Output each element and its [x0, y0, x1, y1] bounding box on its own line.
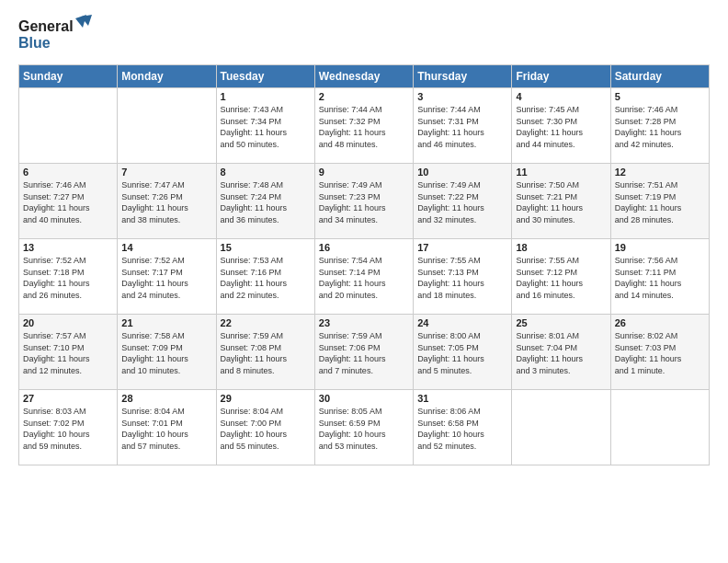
day-number: 1 — [221, 91, 311, 102]
calendar-cell — [19, 88, 118, 164]
calendar-cell: 14Sunrise: 7:52 AM Sunset: 7:17 PM Dayli… — [118, 239, 216, 315]
day-info: Sunrise: 8:06 AM Sunset: 6:58 PM Dayligh… — [417, 406, 507, 452]
calendar-day-header: Tuesday — [216, 65, 314, 88]
day-info: Sunrise: 7:46 AM Sunset: 7:28 PM Dayligh… — [615, 104, 705, 150]
calendar-cell: 30Sunrise: 8:05 AM Sunset: 6:59 PM Dayli… — [314, 390, 413, 465]
header: GeneralBlue — [18, 15, 710, 55]
day-number: 31 — [417, 393, 507, 404]
day-info: Sunrise: 7:55 AM Sunset: 7:13 PM Dayligh… — [417, 255, 507, 301]
day-info: Sunrise: 7:46 AM Sunset: 7:27 PM Dayligh… — [23, 179, 113, 225]
day-info: Sunrise: 7:49 AM Sunset: 7:22 PM Dayligh… — [417, 179, 507, 225]
calendar-day-header: Sunday — [19, 65, 118, 88]
calendar-week-row: 20Sunrise: 7:57 AM Sunset: 7:10 PM Dayli… — [19, 315, 710, 390]
day-info: Sunrise: 7:47 AM Sunset: 7:26 PM Dayligh… — [121, 179, 211, 225]
day-info: Sunrise: 7:45 AM Sunset: 7:30 PM Dayligh… — [516, 104, 606, 150]
calendar-cell: 24Sunrise: 8:00 AM Sunset: 7:05 PM Dayli… — [414, 315, 512, 390]
page-container: GeneralBlue SundayMondayTuesdayWednesday… — [0, 0, 728, 475]
day-info: Sunrise: 7:49 AM Sunset: 7:23 PM Dayligh… — [319, 179, 409, 225]
day-number: 27 — [23, 393, 113, 404]
calendar-cell: 12Sunrise: 7:51 AM Sunset: 7:19 PM Dayli… — [610, 164, 709, 239]
calendar-cell: 22Sunrise: 7:59 AM Sunset: 7:08 PM Dayli… — [216, 315, 314, 390]
calendar-cell: 29Sunrise: 8:04 AM Sunset: 7:00 PM Dayli… — [216, 390, 314, 465]
day-number: 15 — [221, 242, 311, 253]
day-number: 9 — [319, 167, 409, 178]
calendar-day-header: Monday — [118, 65, 216, 88]
calendar-cell: 8Sunrise: 7:48 AM Sunset: 7:24 PM Daylig… — [216, 164, 314, 239]
calendar-cell: 13Sunrise: 7:52 AM Sunset: 7:18 PM Dayli… — [19, 239, 118, 315]
calendar-cell: 2Sunrise: 7:44 AM Sunset: 7:32 PM Daylig… — [314, 88, 413, 164]
day-number: 20 — [23, 317, 113, 328]
calendar-day-header: Wednesday — [314, 65, 413, 88]
calendar-cell: 18Sunrise: 7:55 AM Sunset: 7:12 PM Dayli… — [512, 239, 610, 315]
day-info: Sunrise: 8:00 AM Sunset: 7:05 PM Dayligh… — [417, 330, 507, 376]
day-number: 23 — [319, 317, 409, 328]
day-info: Sunrise: 7:44 AM Sunset: 7:32 PM Dayligh… — [319, 104, 409, 150]
day-info: Sunrise: 7:43 AM Sunset: 7:34 PM Dayligh… — [221, 104, 311, 150]
calendar-cell: 9Sunrise: 7:49 AM Sunset: 7:23 PM Daylig… — [314, 164, 413, 239]
calendar-week-row: 13Sunrise: 7:52 AM Sunset: 7:18 PM Dayli… — [19, 239, 710, 315]
logo: GeneralBlue — [18, 15, 92, 55]
calendar-header-row: SundayMondayTuesdayWednesdayThursdayFrid… — [19, 65, 710, 88]
calendar-cell: 27Sunrise: 8:03 AM Sunset: 7:02 PM Dayli… — [19, 390, 118, 465]
calendar-cell — [118, 88, 216, 164]
day-info: Sunrise: 7:44 AM Sunset: 7:31 PM Dayligh… — [417, 104, 507, 150]
day-info: Sunrise: 7:53 AM Sunset: 7:16 PM Dayligh… — [221, 255, 311, 301]
day-number: 18 — [516, 242, 606, 253]
calendar-cell: 23Sunrise: 7:59 AM Sunset: 7:06 PM Dayli… — [314, 315, 413, 390]
day-info: Sunrise: 7:51 AM Sunset: 7:19 PM Dayligh… — [615, 179, 705, 225]
day-number: 6 — [23, 167, 113, 178]
day-info: Sunrise: 7:59 AM Sunset: 7:06 PM Dayligh… — [319, 330, 409, 376]
day-number: 17 — [417, 242, 507, 253]
calendar-table: SundayMondayTuesdayWednesdayThursdayFrid… — [18, 64, 710, 465]
day-info: Sunrise: 7:59 AM Sunset: 7:08 PM Dayligh… — [221, 330, 311, 376]
day-info: Sunrise: 7:48 AM Sunset: 7:24 PM Dayligh… — [221, 179, 311, 225]
calendar-cell: 31Sunrise: 8:06 AM Sunset: 6:58 PM Dayli… — [414, 390, 512, 465]
day-info: Sunrise: 8:03 AM Sunset: 7:02 PM Dayligh… — [23, 406, 113, 452]
calendar-cell — [610, 390, 709, 465]
calendar-cell: 17Sunrise: 7:55 AM Sunset: 7:13 PM Dayli… — [414, 239, 512, 315]
calendar-cell: 1Sunrise: 7:43 AM Sunset: 7:34 PM Daylig… — [216, 88, 314, 164]
day-number: 7 — [121, 167, 211, 178]
day-number: 10 — [417, 167, 507, 178]
day-number: 12 — [615, 167, 705, 178]
day-number: 28 — [121, 393, 211, 404]
day-info: Sunrise: 8:02 AM Sunset: 7:03 PM Dayligh… — [615, 330, 705, 376]
logo-svg: GeneralBlue — [18, 15, 92, 55]
day-number: 29 — [221, 393, 311, 404]
day-number: 19 — [615, 242, 705, 253]
day-info: Sunrise: 7:54 AM Sunset: 7:14 PM Dayligh… — [319, 255, 409, 301]
day-info: Sunrise: 7:55 AM Sunset: 7:12 PM Dayligh… — [516, 255, 606, 301]
calendar-cell: 4Sunrise: 7:45 AM Sunset: 7:30 PM Daylig… — [512, 88, 610, 164]
day-number: 8 — [221, 167, 311, 178]
calendar-cell: 6Sunrise: 7:46 AM Sunset: 7:27 PM Daylig… — [19, 164, 118, 239]
day-info: Sunrise: 8:04 AM Sunset: 7:00 PM Dayligh… — [221, 406, 311, 452]
day-info: Sunrise: 7:50 AM Sunset: 7:21 PM Dayligh… — [516, 179, 606, 225]
calendar-cell: 10Sunrise: 7:49 AM Sunset: 7:22 PM Dayli… — [414, 164, 512, 239]
calendar-cell: 20Sunrise: 7:57 AM Sunset: 7:10 PM Dayli… — [19, 315, 118, 390]
day-info: Sunrise: 8:05 AM Sunset: 6:59 PM Dayligh… — [319, 406, 409, 452]
calendar-cell: 26Sunrise: 8:02 AM Sunset: 7:03 PM Dayli… — [610, 315, 709, 390]
day-number: 30 — [319, 393, 409, 404]
day-number: 16 — [319, 242, 409, 253]
day-number: 5 — [615, 91, 705, 102]
day-info: Sunrise: 8:04 AM Sunset: 7:01 PM Dayligh… — [121, 406, 211, 452]
day-info: Sunrise: 7:58 AM Sunset: 7:09 PM Dayligh… — [121, 330, 211, 376]
day-number: 25 — [516, 317, 606, 328]
calendar-cell: 21Sunrise: 7:58 AM Sunset: 7:09 PM Dayli… — [118, 315, 216, 390]
calendar-cell: 19Sunrise: 7:56 AM Sunset: 7:11 PM Dayli… — [610, 239, 709, 315]
calendar-cell: 7Sunrise: 7:47 AM Sunset: 7:26 PM Daylig… — [118, 164, 216, 239]
calendar-day-header: Thursday — [414, 65, 512, 88]
calendar-day-header: Saturday — [610, 65, 709, 88]
day-number: 26 — [615, 317, 705, 328]
calendar-week-row: 6Sunrise: 7:46 AM Sunset: 7:27 PM Daylig… — [19, 164, 710, 239]
calendar-day-header: Friday — [512, 65, 610, 88]
day-info: Sunrise: 8:01 AM Sunset: 7:04 PM Dayligh… — [516, 330, 606, 376]
calendar-cell: 16Sunrise: 7:54 AM Sunset: 7:14 PM Dayli… — [314, 239, 413, 315]
calendar-cell — [512, 390, 610, 465]
day-number: 14 — [121, 242, 211, 253]
calendar-cell: 3Sunrise: 7:44 AM Sunset: 7:31 PM Daylig… — [414, 88, 512, 164]
day-number: 2 — [319, 91, 409, 102]
day-number: 13 — [23, 242, 113, 253]
day-number: 11 — [516, 167, 606, 178]
svg-text:Blue: Blue — [18, 35, 51, 51]
